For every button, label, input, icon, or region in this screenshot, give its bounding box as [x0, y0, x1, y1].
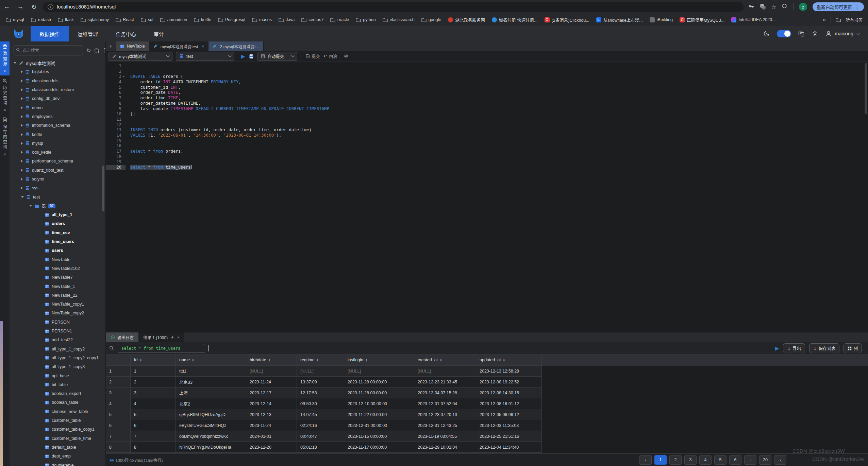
collapse-left-icon[interactable]: «: [4, 108, 6, 112]
column-header-name[interactable]: name▲▼: [176, 355, 246, 366]
tree-item-boolean_table[interactable]: boolean_table: [10, 398, 105, 407]
tree-item-config_db_dev[interactable]: config_db_dev: [10, 94, 105, 103]
editor-line-15[interactable]: 15: [106, 138, 868, 144]
editor-line-18[interactable]: 18: [106, 154, 868, 160]
bookmark-item[interactable]: centos7: [299, 16, 326, 23]
forward-icon[interactable]: →: [14, 3, 27, 11]
column-header-lastlogin[interactable]: lastlogin▲▼: [344, 355, 414, 366]
tree-item-NewTable_1[interactable]: NewTable_1: [10, 282, 105, 291]
collapse-right-icon[interactable]: »: [4, 69, 6, 73]
tree-item-test[interactable]: test: [10, 192, 105, 201]
editor-line-10[interactable]: 10);: [106, 111, 868, 117]
tree-item-all_type_1_copy3[interactable]: all_type_1_copy3: [10, 362, 105, 371]
bookmark-item[interactable]: elasticsearch: [380, 16, 417, 23]
editor-line-2[interactable]: 2: [106, 69, 868, 74]
refresh-icon[interactable]: ↻: [86, 47, 91, 54]
expanded-arrow-icon[interactable]: [29, 205, 32, 207]
editor-line-5[interactable]: 5 customer_id INT,: [106, 85, 868, 90]
tree-item-demo[interactable]: demo: [10, 103, 105, 112]
sort-icon[interactable]: ▲▼: [317, 358, 319, 362]
page-button-4[interactable]: 4: [699, 455, 712, 465]
sort-icon[interactable]: ▲▼: [192, 358, 194, 362]
sidebar-search-input[interactable]: [14, 46, 83, 55]
tree-item-customer_table_copy1[interactable]: customer_table_copy1: [10, 425, 105, 434]
new-console-icon[interactable]: [103, 48, 106, 53]
run-button[interactable]: ▶: [241, 53, 245, 59]
tree-item-NewTable_22[interactable]: NewTable_22: [10, 291, 105, 300]
bookmark-item[interactable]: flask: [55, 16, 76, 23]
editor-line-11[interactable]: 11: [106, 117, 868, 122]
next-page-button[interactable]: ›: [774, 455, 786, 465]
tree-item-add_test22[interactable]: add_test22: [10, 335, 105, 344]
translate-icon[interactable]: A文: [760, 4, 766, 10]
tree-item-dept_emp[interactable]: dept_emp: [10, 452, 105, 461]
close-icon[interactable]: ×: [177, 335, 180, 340]
page-ellipsis[interactable]: ...: [744, 455, 756, 465]
editor-settings-gear-icon[interactable]: [344, 54, 349, 59]
editor-line-9[interactable]: 9 last_update TIMESTAMP DEFAULT CURRENT_…: [106, 106, 868, 112]
tree-item-performance_schema[interactable]: performance_schema: [10, 157, 105, 166]
bookmark-item[interactable]: redash: [29, 16, 53, 23]
fold-arrow-icon[interactable]: [123, 76, 125, 77]
collapsed-arrow-icon[interactable]: [21, 142, 23, 145]
collapse-left-icon[interactable]: «: [4, 152, 6, 156]
bookmark-item[interactable]: iBuilding: [647, 16, 675, 23]
bookmark-item[interactable]: sql: [138, 16, 156, 23]
tree-item-quartz_tibot_test[interactable]: quartz_tibot_test: [10, 166, 105, 175]
tree-item-sqlynx[interactable]: sqlynx: [10, 175, 105, 184]
tree-item-time_csv[interactable]: time_csv: [10, 228, 105, 237]
collapsed-arrow-icon[interactable]: [21, 178, 23, 180]
bookmark-item[interactable]: kettle: [191, 16, 214, 23]
tree-item-time_users[interactable]: time_users: [10, 237, 105, 246]
bookmark-item[interactable]: google: [419, 16, 444, 23]
profile-avatar[interactable]: z: [799, 3, 807, 11]
page-button-2[interactable]: 2: [669, 455, 682, 465]
settings-gear-icon[interactable]: [812, 30, 818, 37]
rail-datasource[interactable]: 数据源 »: [0, 41, 10, 75]
tree-item-bigtables[interactable]: bigtables: [10, 67, 105, 76]
editor-line-17[interactable]: 17select * from orders;: [106, 149, 868, 154]
password-key-icon[interactable]: [748, 4, 754, 10]
tree-item-employees[interactable]: employees: [10, 112, 105, 121]
columns-button[interactable]: 列: [844, 343, 862, 353]
menu-data-ops[interactable]: 数据操作: [31, 26, 69, 41]
database-select[interactable]: test: [176, 52, 234, 61]
query-text-chip[interactable]: select * from time_users: [118, 344, 205, 353]
menu-task-center[interactable]: 任务中心: [107, 26, 145, 41]
menu-audit[interactable]: 审计: [145, 26, 173, 41]
tree-item-classicmodels[interactable]: classicmodels: [10, 76, 105, 85]
tree-item-doubletable[interactable]: doubletable: [10, 461, 105, 466]
bookmark-item[interactable]: oracle: [328, 16, 351, 23]
extensions-icon[interactable]: [782, 4, 788, 10]
editor-line-7[interactable]: 7 order_time TIME,: [106, 96, 868, 101]
page-button-3[interactable]: 3: [684, 455, 697, 465]
bookmark-item[interactable]: macos: [250, 16, 274, 23]
editor-line-20[interactable]: 20select * from time_users: [106, 165, 868, 170]
tree-item-NewTable_copy2[interactable]: NewTable_copy2: [10, 309, 105, 317]
chrome-update-button[interactable]: 重新启动即可更新 ⋮: [813, 2, 864, 11]
editor-line-6[interactable]: 6 order_date DATE,: [106, 90, 868, 96]
bookmark-item[interactable]: Java: [276, 16, 297, 23]
sort-icon[interactable]: ▲▼: [365, 358, 367, 362]
tree-item-ods_kettle[interactable]: ods_kettle: [10, 148, 105, 157]
collapsed-arrow-icon[interactable]: [21, 133, 23, 136]
column-header-regtime[interactable]: regtime▲▼: [297, 355, 344, 366]
editor-line-8[interactable]: 8 order_datetime DATETIME,: [106, 101, 868, 106]
refresh-result-button[interactable]: ▶: [775, 345, 779, 351]
sort-icon[interactable]: ▲▼: [440, 358, 442, 362]
bookmark-item[interactable]: python: [353, 16, 378, 23]
bookmark-item[interactable]: amundsen: [158, 16, 189, 23]
save-to-table-button[interactable]: ↧ 保存到表: [809, 343, 840, 353]
collapsed-arrow-icon[interactable]: [21, 70, 23, 73]
sql-editor[interactable]: 123CREATE TABLE orders (4 order_id INT A…: [106, 62, 868, 332]
sort-icon[interactable]: ▲▼: [139, 358, 141, 362]
collapsed-arrow-icon[interactable]: [21, 80, 23, 82]
tree-item-api_base[interactable]: api_base: [10, 371, 105, 380]
editor-line-14[interactable]: 14VALUES (1, '2023-06-01', '14:30:00', '…: [106, 133, 868, 138]
address-bar[interactable]: i localhost:8081/#/home/sql: [43, 2, 744, 12]
bookmark-star-icon[interactable]: ☆: [771, 4, 776, 10]
collapsed-arrow-icon[interactable]: [21, 187, 23, 189]
tree-item-kettle[interactable]: kettle: [10, 130, 105, 139]
tree-item-classicmodels_restore[interactable]: classicmodels_restore: [10, 85, 105, 94]
column-header-updated_at[interactable]: updated_at▲▼: [476, 355, 542, 366]
